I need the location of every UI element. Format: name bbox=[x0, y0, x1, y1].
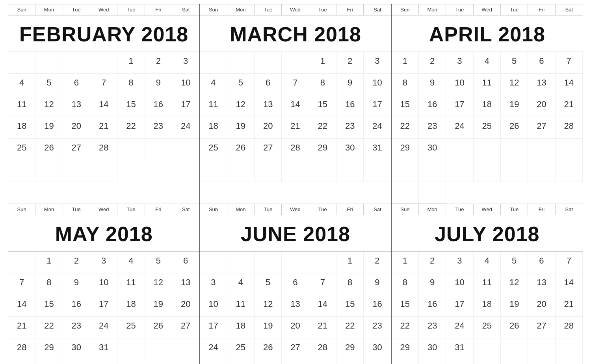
day-cell: 18 bbox=[474, 295, 501, 317]
day-cell: 21 bbox=[556, 295, 583, 317]
day-cell bbox=[556, 338, 583, 360]
day-cell: 30 bbox=[336, 139, 364, 160]
day-cell: 22 bbox=[117, 117, 145, 139]
day-cell: 26 bbox=[501, 117, 528, 139]
day-cell: 19 bbox=[501, 95, 528, 117]
day-cell: 18 bbox=[200, 117, 227, 139]
day-cell: 19 bbox=[255, 317, 282, 338]
day-cell: 1 bbox=[392, 52, 419, 74]
day-cell: 20 bbox=[255, 117, 282, 139]
day-cell: 21 bbox=[309, 317, 336, 338]
day-cell: 12 bbox=[145, 273, 172, 295]
day-cell bbox=[528, 160, 555, 182]
day-cell: 14 bbox=[282, 95, 309, 117]
day-thu: Tue bbox=[117, 4, 145, 15]
day-cell: 2 bbox=[336, 52, 364, 74]
day-mon: Mon bbox=[419, 4, 446, 15]
day-cell bbox=[63, 360, 90, 364]
day-cell: 14 bbox=[309, 295, 336, 317]
day-cell: 19 bbox=[145, 295, 172, 317]
day-cell bbox=[336, 360, 364, 364]
day-mon: Mon bbox=[419, 204, 446, 215]
day-cell: 11 bbox=[200, 95, 227, 117]
day-thu: Tue bbox=[309, 4, 336, 15]
day-cell: 7 bbox=[282, 74, 309, 95]
day-cell: 6 bbox=[63, 74, 90, 95]
day-cell: 1 bbox=[35, 252, 63, 273]
feb-title: FEBRUARY 2018 bbox=[19, 23, 188, 46]
day-cell: 27 bbox=[255, 139, 282, 160]
day-cell bbox=[200, 252, 227, 273]
day-cell bbox=[309, 160, 336, 182]
day-cell: 28 bbox=[556, 117, 583, 139]
day-wed: Wed bbox=[474, 4, 501, 15]
day-cell: 5 bbox=[35, 74, 63, 95]
day-cell: 26 bbox=[145, 317, 172, 338]
day-cell: 27 bbox=[172, 317, 199, 338]
day-cell: 24 bbox=[90, 317, 117, 338]
day-cell: 31 bbox=[446, 338, 473, 360]
day-cell bbox=[501, 139, 528, 160]
day-cell bbox=[419, 160, 446, 182]
day-cell: 2 bbox=[364, 252, 391, 273]
mar-title: MARCH 2018 bbox=[230, 23, 361, 46]
day-mon: Mon bbox=[35, 204, 63, 215]
day-cell: 2 bbox=[419, 252, 446, 273]
day-cell bbox=[282, 52, 309, 74]
day-cell: 9 bbox=[63, 273, 90, 295]
day-cell bbox=[90, 160, 117, 182]
day-cell bbox=[556, 139, 583, 160]
day-tue: Tue bbox=[63, 4, 90, 15]
day-cell: 24 bbox=[364, 117, 391, 139]
day-cell: 4 bbox=[117, 252, 145, 273]
jul-days: 1 2 3 4 5 6 7 8 9 10 11 12 13 14 15 16 1… bbox=[392, 252, 583, 364]
day-cell: 28 bbox=[309, 338, 336, 360]
day-cell: 25 bbox=[227, 338, 255, 360]
day-cell: 15 bbox=[35, 295, 63, 317]
day-cell: 6 bbox=[172, 252, 199, 273]
day-cell: 9 bbox=[364, 273, 391, 295]
day-cell: 13 bbox=[282, 295, 309, 317]
day-cell: 27 bbox=[528, 317, 555, 338]
day-cell bbox=[474, 160, 501, 182]
day-wed: Wed bbox=[474, 204, 501, 215]
day-cell: 25 bbox=[8, 139, 35, 160]
day-cell bbox=[255, 52, 282, 74]
day-cell: 7 bbox=[90, 74, 117, 95]
day-cell: 12 bbox=[501, 74, 528, 95]
day-cell bbox=[336, 160, 364, 182]
day-cell bbox=[200, 360, 227, 364]
day-cell bbox=[145, 139, 172, 160]
day-mon: Mon bbox=[227, 4, 255, 15]
day-cell bbox=[501, 160, 528, 182]
day-cell: 6 bbox=[282, 273, 309, 295]
day-cell: 25 bbox=[117, 317, 145, 338]
day-cell: 8 bbox=[309, 74, 336, 95]
day-sat: Sat bbox=[172, 204, 199, 215]
day-cell bbox=[200, 160, 227, 182]
day-cell: 14 bbox=[90, 95, 117, 117]
day-cell: 6 bbox=[255, 74, 282, 95]
day-cell: 18 bbox=[8, 117, 35, 139]
day-cell: 11 bbox=[474, 74, 501, 95]
day-cell: 24 bbox=[446, 317, 473, 338]
day-cell: 9 bbox=[336, 74, 364, 95]
day-cell: 11 bbox=[474, 273, 501, 295]
day-sun: Sun bbox=[8, 4, 35, 15]
day-cell: 18 bbox=[227, 317, 255, 338]
month-may: Sun Mon Tue Wed Tue Fri Sat MAY 2018 1 2… bbox=[8, 204, 200, 364]
day-cell: 30 bbox=[63, 338, 90, 360]
bottom-row: Sun Mon Tue Wed Tue Fri Sat MAY 2018 1 2… bbox=[8, 204, 583, 364]
day-cell: 16 bbox=[63, 295, 90, 317]
day-tue: Tue bbox=[63, 204, 90, 215]
day-headers-apr: Sun Mon Tue Wed Tue Fri Sat bbox=[392, 4, 583, 15]
jun-days: 1 2 3 4 5 6 7 8 9 10 11 12 13 14 15 16 1… bbox=[200, 252, 391, 364]
day-cell bbox=[309, 360, 336, 364]
day-cell: 2 bbox=[419, 52, 446, 74]
day-cell bbox=[255, 360, 282, 364]
day-cell bbox=[35, 160, 63, 182]
day-cell: 3 bbox=[364, 52, 391, 74]
day-cell bbox=[227, 52, 255, 74]
day-cell: 17 bbox=[446, 95, 473, 117]
day-cell: 11 bbox=[117, 273, 145, 295]
